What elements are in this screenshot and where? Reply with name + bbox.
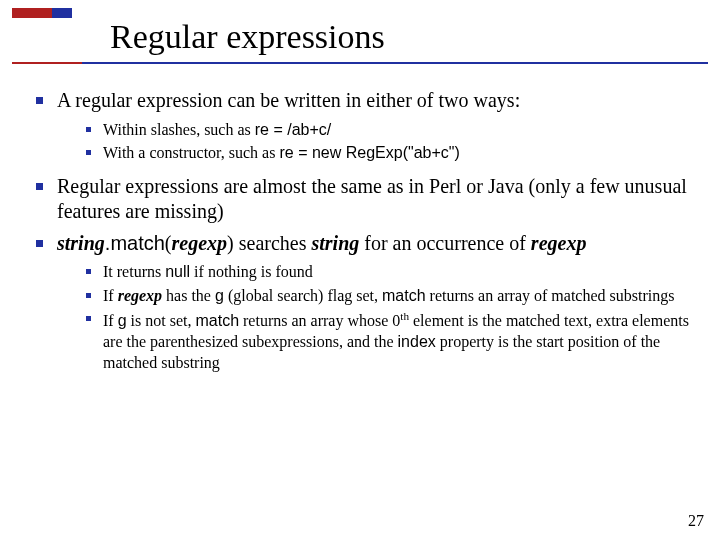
keyword-match: match: [382, 287, 426, 304]
sub-bullet-1a-text: Within slashes, such as re = /ab+c/: [103, 120, 696, 140]
keyword-g: g: [215, 287, 224, 304]
text-part: With a constructor, such as: [103, 144, 279, 161]
text-part: It returns: [103, 263, 165, 280]
bullet-3-sublist: It returns null if nothing is found If r…: [86, 262, 696, 373]
paren-close: ): [227, 232, 234, 254]
keyword-regexp: regexp: [118, 287, 162, 304]
text-part: has the: [162, 287, 215, 304]
bullet-2: Regular expressions are almost the same …: [36, 174, 696, 225]
page-number: 27: [688, 512, 704, 530]
square-bullet-icon: [36, 240, 43, 247]
square-bullet-icon: [86, 269, 91, 274]
keyword-null: null: [165, 263, 190, 280]
bullet-3: string.match(regexp) searches string for…: [36, 231, 696, 373]
bullet-2-text: Regular expressions are almost the same …: [57, 174, 696, 225]
text-part: Within slashes, such as: [103, 121, 255, 138]
underline-blue: [82, 62, 708, 64]
superscript-th: th: [400, 310, 409, 322]
text-part: returns an array whose 0: [239, 313, 400, 330]
square-bullet-icon: [86, 150, 91, 155]
square-bullet-icon: [36, 183, 43, 190]
code-literal: re = new RegExp("ab+c"): [279, 144, 459, 161]
code-literal: re = /ab+c/: [255, 121, 332, 138]
accent-bar: [12, 8, 72, 18]
underline-red: [12, 62, 82, 64]
bullet-3-text: string.match(regexp) searches string for…: [57, 231, 696, 257]
text-part: If: [103, 287, 118, 304]
keyword-match: match: [195, 313, 239, 330]
keyword-regexp: regexp: [172, 232, 228, 254]
bullet-1-text: A regular expression can be written in e…: [57, 88, 696, 114]
bullet-1: A regular expression can be written in e…: [36, 88, 696, 164]
text-part: If: [103, 313, 118, 330]
title-underline: [12, 62, 708, 64]
paren-open: (: [165, 232, 172, 254]
square-bullet-icon: [86, 293, 91, 298]
text-part: searches: [234, 232, 312, 254]
text-part: is not set,: [127, 313, 196, 330]
sub-bullet-3b-text: If regexp has the g (global search) flag…: [103, 286, 696, 306]
keyword-index: index: [398, 333, 436, 350]
sub-bullet-1b: With a constructor, such as re = new Reg…: [86, 143, 696, 163]
page-title: Regular expressions: [110, 18, 385, 56]
sub-bullet-3a: It returns null if nothing is found: [86, 262, 696, 282]
keyword-string: string: [311, 232, 359, 254]
sub-bullet-3c: If g is not set, match returns an array …: [86, 309, 696, 373]
keyword-match: match: [110, 232, 164, 254]
accent-blue: [52, 8, 72, 18]
square-bullet-icon: [36, 97, 43, 104]
square-bullet-icon: [86, 127, 91, 132]
square-bullet-icon: [86, 316, 91, 321]
text-part: (global search) flag set,: [224, 287, 382, 304]
accent-red: [12, 8, 52, 18]
sub-bullet-1a: Within slashes, such as re = /ab+c/: [86, 120, 696, 140]
keyword-regexp: regexp: [531, 232, 587, 254]
keyword-string: string: [57, 232, 105, 254]
keyword-g: g: [118, 313, 127, 330]
text-part: returns an array of matched substrings: [426, 287, 675, 304]
sub-bullet-3c-text: If g is not set, match returns an array …: [103, 309, 696, 373]
bullet-1-sublist: Within slashes, such as re = /ab+c/ With…: [86, 120, 696, 164]
sub-bullet-3a-text: It returns null if nothing is found: [103, 262, 696, 282]
sub-bullet-3b: If regexp has the g (global search) flag…: [86, 286, 696, 306]
text-part: for an occurrence of: [359, 232, 531, 254]
slide-content: A regular expression can be written in e…: [36, 88, 696, 383]
text-part: if nothing is found: [190, 263, 313, 280]
sub-bullet-1b-text: With a constructor, such as re = new Reg…: [103, 143, 696, 163]
